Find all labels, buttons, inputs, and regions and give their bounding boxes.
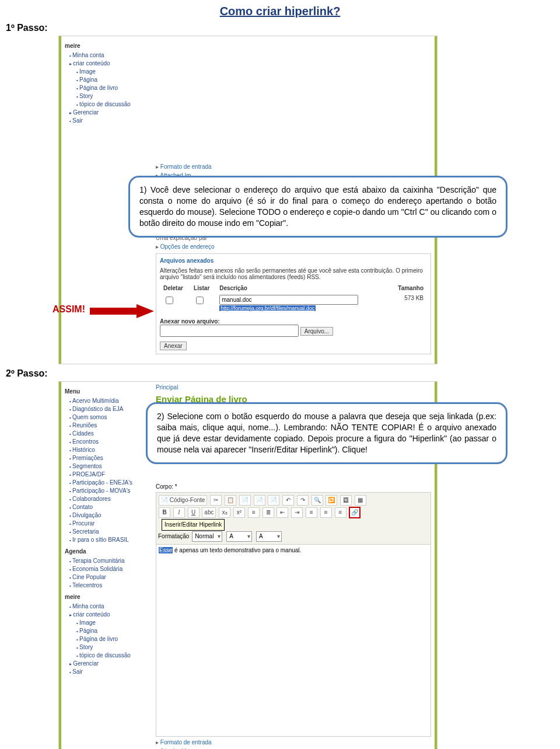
replace-icon[interactable]: 🔁: [326, 495, 337, 506]
anexados-legend: Arquivos anexados: [160, 257, 427, 264]
font-color-select[interactable]: A: [226, 531, 252, 542]
outdent-icon[interactable]: ⇤: [276, 507, 288, 518]
indent-icon[interactable]: ⇥: [291, 507, 303, 518]
undo-icon[interactable]: ↶: [282, 495, 294, 506]
strike-icon[interactable]: abc: [202, 507, 216, 518]
sidebar-item[interactable]: criar conteúdo: [69, 611, 152, 619]
sidebar-item[interactable]: Minha conta: [69, 602, 152, 611]
sub-icon[interactable]: x₂: [219, 507, 230, 518]
bg-color-select[interactable]: A: [256, 531, 282, 542]
sidebar-item[interactable]: PROEJA/DF: [69, 471, 152, 479]
sidebar-item[interactable]: Image: [69, 68, 152, 76]
browse-button[interactable]: Arquivo...: [300, 327, 333, 336]
redo-icon[interactable]: ↷: [297, 495, 309, 506]
find-icon[interactable]: 🔍: [312, 495, 323, 506]
sidebar-item[interactable]: Gerenciar: [69, 660, 152, 668]
format-select[interactable]: Normal: [192, 531, 222, 542]
sidebar-item[interactable]: Minha conta: [69, 51, 152, 60]
th-tam: Tamanho: [390, 284, 426, 292]
sidebar-item[interactable]: Página: [69, 627, 152, 635]
sidebar-item[interactable]: Encontros: [69, 438, 152, 446]
sup-icon[interactable]: x²: [233, 507, 245, 518]
sidebar-item[interactable]: tópico de discussão: [69, 652, 152, 660]
sidebar-item[interactable]: Quem somos: [69, 413, 152, 421]
editor-text: é apenas um texto demonstrativo para o m…: [173, 547, 301, 553]
collapse-formato2[interactable]: Formato de entrada: [156, 739, 431, 745]
sidebar-item[interactable]: Participação - ENEJA's: [69, 479, 152, 487]
sidebar-item[interactable]: criar conteúdo: [69, 60, 152, 68]
align-right-icon[interactable]: ≡: [335, 507, 346, 518]
sidebar-item[interactable]: Reuniões: [69, 421, 152, 430]
paste-text-icon[interactable]: 📄: [254, 495, 265, 506]
image-icon[interactable]: 🖼: [340, 495, 352, 506]
step1-callout: 1) Você deve selecionar o endereço do ar…: [128, 176, 508, 238]
sidebar-item[interactable]: Economia Solidária: [69, 565, 152, 573]
sidebar-item[interactable]: Premiações: [69, 454, 152, 462]
align-left-icon[interactable]: ≡: [306, 507, 317, 518]
anexados-fieldset: Arquivos anexados Alterações feitas em a…: [156, 253, 431, 354]
sidebar-item[interactable]: Histórico: [69, 446, 152, 454]
th-deletar: Deletar: [161, 284, 190, 292]
anexar-button[interactable]: Anexar: [160, 342, 187, 350]
collapse-formato[interactable]: Formato de entrada: [156, 163, 431, 170]
format-label: Formatação: [158, 533, 189, 539]
paste-word-icon[interactable]: 📄: [268, 495, 279, 506]
menu-title: Menu: [65, 388, 152, 396]
ul-icon[interactable]: ≣: [262, 507, 274, 518]
sidebar-item[interactable]: Terapia Comunitária: [69, 557, 152, 565]
cut-icon[interactable]: ✂: [210, 495, 222, 506]
sidebar-item[interactable]: Story: [69, 643, 152, 652]
bold-icon[interactable]: B: [159, 507, 170, 518]
list-checkbox[interactable]: [196, 297, 204, 304]
paste-icon[interactable]: 📄: [239, 495, 251, 506]
red-arrow-icon: [90, 304, 154, 318]
sidebar-item[interactable]: Página de livro: [69, 84, 152, 92]
hyperlink-icon[interactable]: 🔗: [349, 507, 360, 518]
sidebar-item[interactable]: Telecentros: [69, 581, 152, 590]
page-title: Como criar hiperlink?: [0, 0, 560, 18]
italic-icon[interactable]: I: [173, 507, 185, 518]
sidebar-item[interactable]: Secretaria: [69, 528, 152, 536]
file-path-input[interactable]: [160, 325, 299, 337]
sidebar-item[interactable]: Story: [69, 92, 152, 100]
corpo-label: Corpo: *: [156, 483, 431, 490]
file-url-selected[interactable]: http://forumeja.org.br/df/files/manual.d…: [219, 305, 316, 311]
sidebar-item[interactable]: Colaboradores: [69, 495, 152, 503]
sidebar-item[interactable]: Acervo Multimídia: [69, 397, 152, 405]
delete-checkbox[interactable]: [166, 297, 173, 304]
sidebar-item[interactable]: Gerenciar: [69, 109, 152, 117]
sidebar-item[interactable]: Página de livro: [69, 635, 152, 643]
step2-screenshot: Menu Acervo Multimídia Diagnóstico da EJ…: [58, 381, 438, 743]
sidebar-item[interactable]: tópico de discussão: [69, 100, 152, 109]
table-icon[interactable]: ▦: [355, 495, 366, 506]
sidebar-item[interactable]: Divulgação: [69, 511, 152, 520]
sidebar-user: meire: [65, 593, 152, 601]
sidebar-item[interactable]: Procurar: [69, 520, 152, 528]
sidebar-item[interactable]: Cidades: [69, 430, 152, 438]
sidebar-item[interactable]: Sair: [69, 117, 152, 125]
sidebar-item[interactable]: Sair: [69, 668, 152, 676]
align-center-icon[interactable]: ≡: [320, 507, 332, 518]
step1-screenshot: meire Minha conta criar conteúdo Image P…: [58, 36, 438, 363]
sidebar-user: meire: [65, 42, 152, 50]
ol-icon[interactable]: ≡: [248, 507, 260, 518]
svg-marker-0: [90, 304, 154, 318]
sidebar-item[interactable]: Participação - MOVA's: [69, 487, 152, 495]
step2-callout: 2) Selecione com o botão esquerdo do mou…: [146, 402, 508, 464]
breadcrumb[interactable]: Principal: [156, 384, 431, 391]
sidebar: meire Minha conta criar conteúdo Image P…: [65, 39, 152, 128]
collapse-opcoes[interactable]: Opções de endereço: [156, 243, 431, 250]
sidebar-item[interactable]: Contato: [69, 503, 152, 511]
sidebar-item[interactable]: Cine Popular: [69, 573, 152, 581]
sidebar-item[interactable]: Página: [69, 76, 152, 84]
copy-icon[interactable]: 📋: [225, 495, 236, 506]
sidebar-item[interactable]: Diagnóstico da EJA: [69, 405, 152, 413]
editor-body[interactable]: Esse é apenas um texto demonstrativo par…: [156, 545, 431, 737]
source-button[interactable]: 📄 Código-Fonte: [159, 495, 207, 506]
sidebar-item[interactable]: Image: [69, 619, 152, 627]
sidebar-item[interactable]: Ir para o sítio BRASIL: [69, 536, 152, 544]
desc-input[interactable]: [219, 295, 358, 305]
sidebar-item[interactable]: Segmentos: [69, 462, 152, 471]
assim-label: ASSIM!: [52, 304, 85, 315]
underline-icon[interactable]: U: [188, 507, 200, 518]
